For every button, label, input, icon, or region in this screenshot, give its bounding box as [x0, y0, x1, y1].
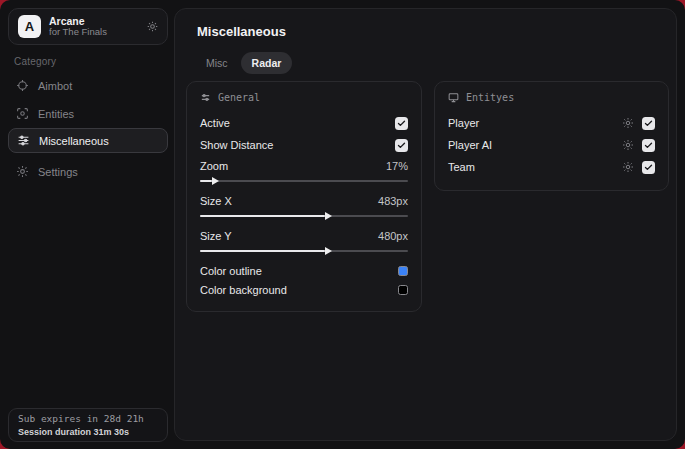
color-row-background: Color background: [200, 280, 408, 299]
profile-text: Arcane for The Finals: [49, 15, 139, 38]
entities-group-title: Entityes: [466, 92, 514, 103]
general-group-header: General: [200, 92, 408, 103]
crosshair-icon: [16, 79, 29, 92]
player-checkbox[interactable]: [642, 117, 655, 130]
entity-label: Team: [448, 161, 475, 173]
gear-icon: [16, 165, 29, 178]
sliders-icon: [17, 134, 30, 147]
sidebar-item-label: Settings: [38, 166, 78, 178]
slider-label: Zoom: [200, 160, 228, 172]
avatar: A: [18, 15, 41, 38]
slider-zoom: Zoom 17%: [200, 156, 408, 182]
color-row-outline: Color outline: [200, 261, 408, 280]
app-window: A Arcane for The Finals Category Aimbot: [0, 0, 685, 449]
groups-container: General Active Show Distance Z: [186, 81, 669, 312]
slider-value: 17%: [386, 160, 408, 172]
session-duration-text: Session duration 31m 30s: [18, 426, 158, 438]
slider-label: Size Y: [200, 230, 232, 242]
category-label: Category: [14, 56, 56, 67]
sidebar-item-aimbot[interactable]: Aimbot: [8, 73, 168, 98]
slider-thumb[interactable]: [212, 177, 219, 185]
toggle-row-active: Active: [200, 112, 408, 134]
slider-size-x: Size X 483px: [200, 191, 408, 217]
color-background-swatch[interactable]: [398, 285, 408, 295]
slider-thumb[interactable]: [325, 212, 332, 220]
entity-label: Player: [448, 117, 479, 129]
sidebar-item-label: Entities: [38, 108, 74, 120]
slider-value: 480px: [378, 230, 408, 242]
slider-label: Size X: [200, 195, 232, 207]
player-ai-settings-gear-icon[interactable]: [622, 139, 634, 151]
color-label: Color background: [200, 284, 287, 296]
size-y-slider[interactable]: [200, 250, 408, 252]
tab-misc[interactable]: Misc: [195, 52, 239, 74]
subscription-info-box: Sub expires in 28d 21h Session duration …: [8, 408, 168, 442]
general-group: General Active Show Distance Z: [186, 81, 422, 312]
slider-thumb[interactable]: [325, 247, 332, 255]
color-label: Color outline: [200, 265, 262, 277]
profile-settings-gear-icon[interactable]: [147, 21, 158, 32]
sidebar-item-label: Miscellaneous: [39, 135, 109, 147]
sidebar-item-label: Aimbot: [38, 80, 72, 92]
slider-size-y: Size Y 480px: [200, 226, 408, 252]
sidebar-item-miscellaneous[interactable]: Miscellaneous: [8, 128, 168, 153]
toggle-label: Active: [200, 117, 230, 129]
color-outline-swatch[interactable]: [398, 266, 408, 276]
entity-row-player-ai: Player AI: [448, 134, 655, 156]
sliders-small-icon: [200, 92, 211, 103]
profile-subtitle: for The Finals: [49, 27, 139, 38]
tab-radar[interactable]: Radar: [241, 52, 293, 74]
player-settings-gear-icon[interactable]: [622, 117, 634, 129]
sidebar-item-settings[interactable]: Settings: [8, 159, 168, 184]
player-ai-checkbox[interactable]: [642, 139, 655, 152]
entities-group-header: Entityes: [448, 92, 655, 103]
team-checkbox[interactable]: [642, 161, 655, 174]
show-distance-checkbox[interactable]: [395, 139, 408, 152]
page-title: Miscellaneous: [197, 24, 286, 39]
entity-row-team: Team: [448, 156, 655, 178]
monitor-icon: [448, 92, 459, 103]
entity-row-player: Player: [448, 112, 655, 134]
active-checkbox[interactable]: [395, 117, 408, 130]
toggle-row-show-distance: Show Distance: [200, 134, 408, 156]
entity-label: Player AI: [448, 139, 492, 151]
main-panel: Miscellaneous Misc Radar General Active: [174, 8, 677, 441]
sub-expires-text: Sub expires in 28d 21h: [18, 413, 158, 426]
sidebar-item-entities[interactable]: Entities: [8, 101, 168, 126]
profile-card: A Arcane for The Finals: [8, 8, 168, 45]
team-settings-gear-icon[interactable]: [622, 161, 634, 173]
size-x-slider[interactable]: [200, 215, 408, 217]
scan-icon: [16, 107, 29, 120]
tab-bar: Misc Radar: [195, 52, 292, 74]
slider-value: 483px: [378, 195, 408, 207]
zoom-slider[interactable]: [200, 180, 408, 182]
entities-group: Entityes Player: [434, 81, 669, 191]
general-group-title: General: [218, 92, 260, 103]
toggle-label: Show Distance: [200, 139, 273, 151]
